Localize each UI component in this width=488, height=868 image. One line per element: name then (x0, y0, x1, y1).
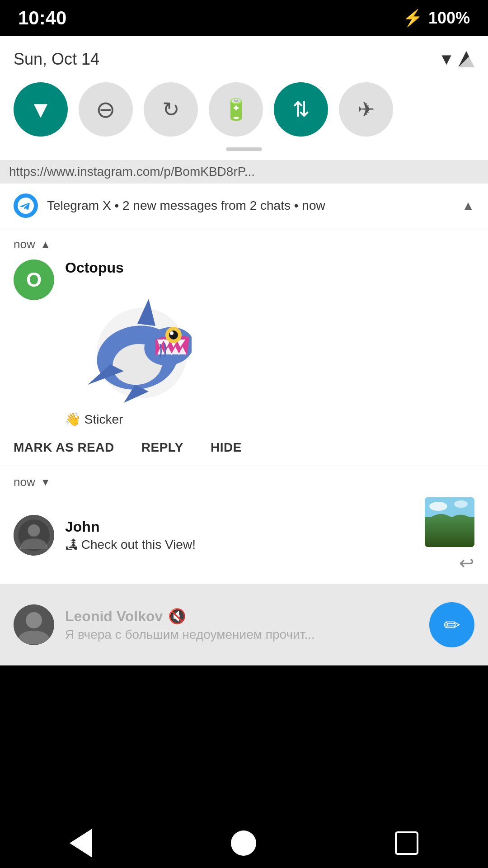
octopus-message-actions: MARK AS READ REPLY HIDE (14, 440, 474, 455)
toggle-airplane[interactable]: ✈ (339, 82, 393, 137)
sticker-text: Sticker (84, 412, 123, 426)
john-preview-text: Check out this View! (81, 538, 196, 552)
toggle-rotate[interactable]: ↻ (144, 82, 198, 137)
leonid-person-icon (14, 604, 54, 645)
octopus-chevron-icon[interactable]: ▲ (41, 239, 51, 250)
john-avatar-photo (14, 515, 54, 556)
status-icons: ⚡ 100% (403, 9, 470, 28)
signal-icons: ▼ (438, 50, 474, 69)
octopus-message-content: O Octopus (14, 259, 474, 427)
landscape-svg (425, 497, 474, 547)
quick-settings-date-row: Sun, Oct 14 ▼ (14, 50, 474, 69)
leonid-photo (14, 604, 54, 645)
toggle-mobile-data[interactable]: ⇅ (274, 82, 328, 137)
back-button[interactable] (70, 829, 92, 858)
octopus-time-row: now ▲ (14, 237, 474, 251)
status-bar: 10:40 ⚡ 100% (0, 0, 488, 36)
leonid-name: Leonid Volkov 🔇 (65, 608, 418, 625)
leonid-preview: Я вчера с большим недоумением прочит... (65, 627, 418, 642)
reply-button[interactable]: REPLY (141, 440, 183, 455)
svg-point-5 (169, 330, 178, 340)
mark-as-read-button[interactable]: MARK AS READ (14, 440, 114, 455)
notification-dot2: • (294, 198, 302, 212)
photo-emoji: 🏞 (65, 538, 81, 552)
quick-toggles-row: ▼ ⊖ ↻ 🔋 ⇅ ✈ (14, 82, 474, 137)
notification-header-text: Telegram X • 2 new messages from 2 chats… (47, 198, 453, 213)
battery-level: 100% (428, 9, 470, 28)
app-name: Telegram X (47, 198, 111, 212)
pencil-icon: ✏ (444, 613, 460, 637)
leonid-name-text: Leonid Volkov (65, 608, 163, 625)
toggle-wifi[interactable]: ▼ (14, 82, 68, 137)
telegram-app-icon (14, 193, 38, 218)
svg-point-14 (26, 612, 42, 628)
john-message-right: ↩ (425, 497, 474, 573)
notification-header[interactable]: Telegram X • 2 new messages from 2 chats… (0, 184, 488, 228)
navigation-bar (0, 818, 488, 868)
recents-square-icon (395, 831, 418, 855)
wifi-toggle-icon: ▼ (29, 96, 52, 123)
leonid-avatar (14, 604, 54, 645)
dnd-toggle-icon: ⊖ (96, 96, 116, 123)
landscape-thumbnail-image (425, 497, 474, 547)
john-sender-name: John (65, 519, 414, 535)
notification-octopus: now ▲ O Octopus (0, 228, 488, 466)
reply-arrow-icon[interactable]: ↩ (459, 552, 474, 573)
wifi-icon: ▼ (438, 50, 455, 69)
octopus-time: now (14, 237, 35, 251)
notification-summary: 2 new messages from 2 chats (122, 198, 291, 212)
toggle-dnd[interactable]: ⊖ (79, 82, 133, 137)
home-circle-icon (231, 830, 256, 856)
leonid-chat-content: Leonid Volkov 🔇 Я вчера с большим недоум… (65, 608, 418, 642)
svg-point-6 (170, 331, 174, 335)
telegram-svg (18, 198, 34, 214)
octopus-avatar: O (14, 259, 54, 300)
url-text: https://www.instagram.com/p/BomKBD8rP... (9, 165, 255, 179)
compose-fab[interactable]: ✏ (429, 602, 474, 647)
home-button[interactable] (231, 830, 256, 856)
notification-time: now (302, 198, 325, 212)
john-chevron-icon[interactable]: ▼ (41, 476, 51, 488)
notification-john: now ▼ John (0, 466, 488, 584)
john-message-content: John 🏞 Check out this View! (14, 497, 474, 573)
status-time: 10:40 (18, 7, 66, 29)
john-message-preview: 🏞 Check out this View! (65, 537, 414, 552)
shark-sticker-container (65, 281, 192, 407)
date-label: Sun, Oct 14 (14, 50, 99, 69)
background-chat-row[interactable]: Leonid Volkov 🔇 Я вчера с большим недоум… (0, 584, 488, 665)
john-time: now (14, 475, 35, 489)
hide-button[interactable]: HIDE (211, 440, 242, 455)
recents-button[interactable] (395, 831, 418, 855)
drag-handle[interactable] (226, 147, 262, 151)
rotate-toggle-icon: ↻ (162, 97, 180, 122)
muted-icon: 🔇 (168, 608, 186, 625)
svg-point-12 (454, 500, 468, 508)
john-message-body: John 🏞 Check out this View! (65, 519, 414, 552)
svg-rect-10 (425, 497, 474, 522)
sticker-label: 👋 Sticker (65, 412, 474, 427)
octopus-message-body: Octopus (65, 259, 474, 427)
battery-charging-icon: ⚡ (403, 9, 423, 28)
toggle-battery-saver[interactable]: 🔋 (209, 82, 263, 137)
quick-settings-panel: Sun, Oct 14 ▼ ▼ ⊖ ↻ 🔋 ⇅ ✈ (0, 36, 488, 160)
notification-expand-chevron-icon[interactable]: ▲ (462, 198, 474, 213)
john-avatar (14, 515, 54, 556)
message-thumbnail (425, 497, 474, 547)
octopus-avatar-initial: O (26, 269, 42, 291)
airplane-toggle-icon: ✈ (357, 97, 375, 122)
telegram-notification-container: Telegram X • 2 new messages from 2 chats… (0, 184, 488, 584)
svg-point-9 (28, 524, 40, 536)
back-triangle-icon (70, 829, 92, 858)
octopus-sender-name: Octopus (65, 259, 474, 276)
signal-icon (458, 51, 474, 67)
notification-dot: • (114, 198, 122, 212)
john-time-row: now ▼ (14, 475, 474, 489)
svg-point-11 (429, 502, 447, 511)
shark-sticker-svg (65, 281, 192, 407)
sticker-emoji: 👋 (65, 412, 81, 426)
person-silhouette-icon (18, 519, 50, 551)
data-toggle-icon: ⇅ (292, 97, 310, 122)
url-bar[interactable]: https://www.instagram.com/p/BomKBD8rP... (0, 160, 488, 184)
battery-saver-toggle-icon: 🔋 (223, 97, 249, 122)
